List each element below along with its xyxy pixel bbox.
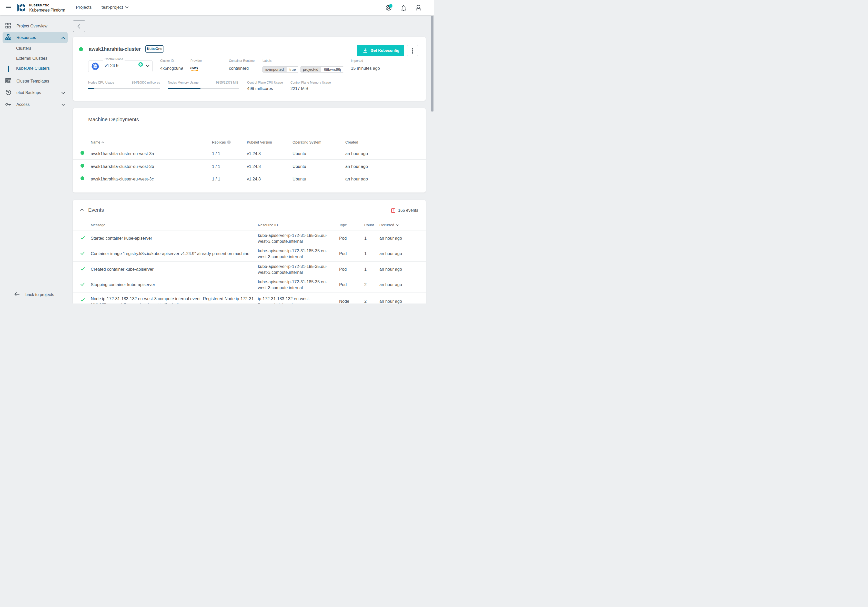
svg-text:aws: aws <box>191 66 198 70</box>
